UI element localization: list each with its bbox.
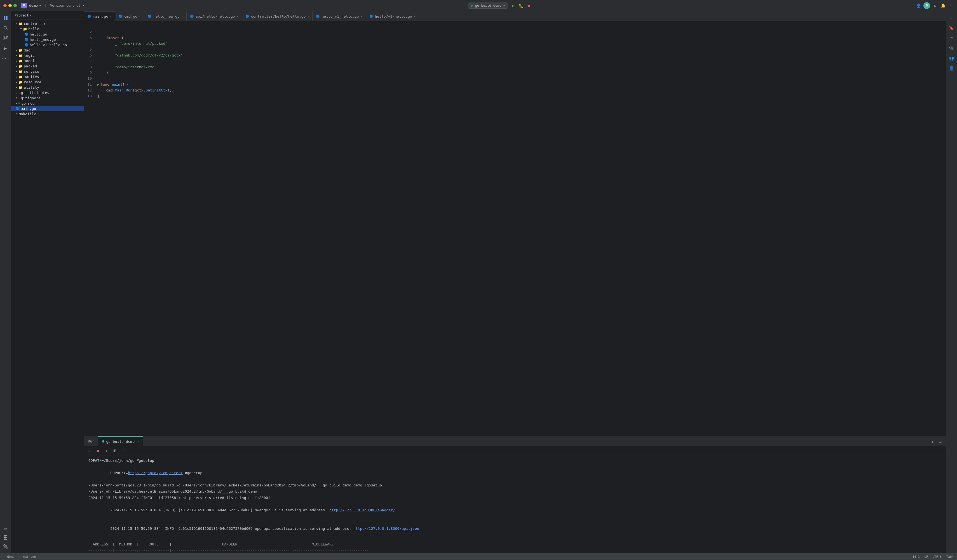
maximize-button[interactable] (13, 4, 17, 7)
people2-icon[interactable]: 👤 (947, 64, 956, 73)
svg-line-5 (6, 29, 7, 30)
stop-run-button[interactable]: ■ (95, 447, 101, 454)
tab-go-build-demo[interactable]: go build demo ✕ (98, 436, 143, 446)
list-item[interactable]: 🔵 hello_v1_hello.go (11, 42, 84, 47)
folder-icon: 📁 (19, 75, 23, 79)
settings-run-button[interactable]: ⋮ (120, 447, 126, 454)
tab-close-icon[interactable]: ✕ (110, 15, 112, 18)
sidebar-icons: ▶ ··· ⌨ 🗄 🔌 (0, 11, 11, 553)
status-encoding[interactable]: UTF-8 (932, 555, 941, 558)
code-line: } (95, 93, 946, 99)
bottom-tab-close-icon[interactable]: ✕ (137, 440, 139, 443)
list-item[interactable]: ▶ 📁 utility (11, 85, 84, 90)
list-item[interactable]: ▶ 📁 model (11, 58, 84, 63)
tab-hello-new-go[interactable]: 🔵 hello_new.go ✕ (144, 11, 186, 21)
rerun-button[interactable]: ↺ (86, 447, 93, 454)
code-line: ) (95, 70, 946, 76)
sidebar-item-project[interactable] (1, 13, 10, 22)
go-file-tab-icon: 🔵 (245, 14, 250, 18)
list-item[interactable]: ▶ 📁 resource (11, 79, 84, 85)
sidebar-item-run[interactable]: ▶ (1, 44, 10, 53)
go-file-tab-icon: 🔵 (87, 14, 91, 18)
user-avatar[interactable]: G (924, 2, 930, 9)
sidebar-item-terminal[interactable]: ⌨ (1, 524, 10, 533)
tab-close-icon[interactable]: ✕ (139, 15, 141, 18)
file-tree-content[interactable]: ▶ 📁 controller ▼ 📁 hello 🔵 hello.go 🔵 he… (11, 20, 84, 553)
debug-button[interactable]: 🐛 (518, 3, 524, 8)
code-line: ▶ func main () { (95, 82, 946, 88)
tab-close-icon[interactable]: ✕ (181, 15, 183, 18)
checkmark-icon[interactable]: ✓ (947, 13, 956, 22)
tab-run[interactable]: Run (84, 436, 98, 446)
scroll-to-end-button[interactable]: ↓ (103, 447, 110, 454)
api-json-link[interactable]: http://127.0.0.1:8000/api.json (354, 527, 419, 531)
swagger-link[interactable]: http://127.0.0.1:8000/swagger/ (329, 508, 395, 512)
list-item[interactable]: 🔵 hello.go (11, 32, 84, 37)
tab-close-icon[interactable]: ✕ (414, 15, 415, 18)
minimize-button[interactable] (8, 4, 12, 7)
more-options-icon[interactable]: ⋮ (948, 3, 954, 8)
tab-more-button[interactable]: ⋯ (938, 17, 946, 21)
sidebar-item-search[interactable] (1, 24, 10, 32)
list-item[interactable]: ▼ 📁 hello (11, 26, 84, 32)
status-indent[interactable]: Tab* (946, 555, 954, 558)
code-content: import ( _ "demo/internal/packed" "githu… (95, 21, 946, 436)
bookmark-icon[interactable]: 🔖 (947, 24, 956, 32)
list-item[interactable]: ⊘ .gitignore (11, 95, 84, 101)
list-item[interactable]: ▶ 📁 dao (11, 47, 84, 53)
stop-button[interactable]: ■ (526, 3, 532, 8)
folder-icon: 📁 (23, 27, 27, 31)
tab-api-hello[interactable]: 🔵 api/hello/hello.go ✕ (186, 11, 242, 21)
status-file[interactable]: main.go (23, 555, 36, 558)
more-options-button[interactable]: ⋮ (929, 439, 936, 446)
user-icon[interactable]: 👤 (916, 3, 921, 8)
main-layout: ▶ ··· ⌨ 🗄 🔌 Project ▾ ▶ 📁 controller ▼ 📁… (0, 11, 957, 553)
minimize-panel-button[interactable]: ─ (937, 439, 944, 446)
status-line-ending[interactable]: LF (924, 555, 928, 558)
people-icon[interactable]: 👥 (947, 54, 956, 63)
tab-close-icon[interactable]: ✕ (360, 15, 362, 18)
tab-close-icon[interactable]: ✕ (307, 15, 309, 18)
notifications-icon[interactable]: 🔔 (940, 3, 946, 8)
go-file-icon: 🔵 (25, 32, 28, 36)
list-item[interactable]: ▶ 📁 controller (11, 21, 84, 26)
list-item[interactable]: ▶ 📁 logic (11, 53, 84, 58)
clear-output-button[interactable]: 🗑 (111, 447, 118, 454)
list-item[interactable]: 🔵 main.go (11, 106, 84, 111)
tab-hello-v1-hello[interactable]: 🔵 hello_v1_hello.go ✕ (313, 11, 366, 21)
status-position[interactable]: 14:1 (913, 555, 920, 558)
goproxy-link[interactable]: https://goproxy.cn,direct (128, 471, 183, 475)
tab-hello-v1[interactable]: 🔵 hello/v1/hello.go ✕ (366, 11, 419, 21)
list-item[interactable]: ▶ 📁 manifest (11, 74, 84, 79)
tab-close-icon[interactable]: ✕ (237, 15, 238, 18)
run-config[interactable]: ▶ go build demo ▾ (468, 3, 508, 9)
close-button[interactable] (3, 4, 7, 7)
code-line (95, 47, 946, 53)
run-button[interactable]: ▶ (510, 3, 516, 8)
list-item[interactable]: M Makefile (11, 111, 84, 117)
sidebar-item-git[interactable] (1, 33, 10, 43)
file-tree-header: Project ▾ (11, 11, 84, 20)
version-control-label[interactable]: Version control (50, 4, 80, 8)
project-name[interactable]: demo ▾ (29, 3, 41, 8)
plugin-icon[interactable]: 🔌 (947, 44, 956, 53)
run-icon: ▶ (471, 4, 473, 8)
sidebar-item-more[interactable]: ··· (1, 54, 10, 63)
list-item[interactable]: ▶ M go.mod (11, 101, 84, 106)
go-file-icon: 🔵 (25, 43, 28, 47)
settings-icon[interactable]: ⚙ (932, 3, 938, 8)
list-item[interactable]: ▶ 📁 service (11, 69, 84, 74)
tab-controller-hello[interactable]: 🔵 controller/hello/hello.go ✕ (242, 11, 313, 21)
status-project[interactable]: ⚡ demo (3, 555, 14, 558)
tab-cmd-go[interactable]: 🔵 cmd.go ✕ (115, 11, 144, 21)
window-controls[interactable] (3, 4, 17, 7)
list-item[interactable]: ▶ 📁 packed (11, 63, 84, 69)
sidebar-item-plugins[interactable]: 🔌 (1, 542, 10, 551)
structure-icon[interactable]: ≡ (947, 33, 956, 43)
list-item[interactable]: 🔵 hello_new.go (11, 37, 84, 42)
code-editor[interactable]: 2 3 4 5 6 7 8 9 10 11 12 13 import (84, 21, 946, 436)
tab-main-go[interactable]: 🔵 main.go ✕ (84, 11, 115, 21)
go-file-tab-icon: 🔵 (370, 14, 373, 18)
sidebar-item-database[interactable]: 🗄 (1, 533, 10, 542)
list-item[interactable]: ≡ .gitattributes (11, 90, 84, 95)
